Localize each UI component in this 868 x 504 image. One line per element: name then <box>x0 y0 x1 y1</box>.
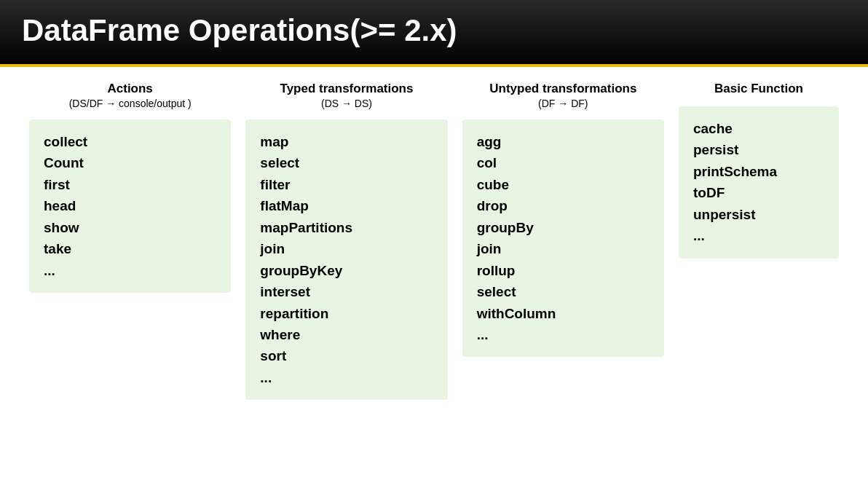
card-item: repartition <box>260 303 433 324</box>
card-item: first <box>44 174 216 195</box>
card-item: collect <box>44 131 216 152</box>
card-item: persist <box>693 139 824 160</box>
column-title-untyped: Untyped transformations <box>489 82 636 96</box>
page-header: DataFrame Operations(>= 2.x) <box>0 0 868 67</box>
card-item: col <box>477 152 650 173</box>
card-item: groupBy <box>477 217 650 238</box>
column-header-untyped: Untyped transformations(DF → DF) <box>489 82 636 109</box>
card-item: sort <box>260 345 433 366</box>
column-header-basic: Basic Function <box>714 82 803 96</box>
card-item: interset <box>260 281 433 302</box>
card-item: cache <box>693 118 824 139</box>
column-title-typed: Typed transformations <box>280 82 414 96</box>
card-item: select <box>260 152 433 173</box>
card-item: head <box>44 195 216 216</box>
card-basic: cachepersistprintSchematoDFunpersist... <box>679 106 839 259</box>
column-header-actions: Actions(DS/DF → console/output ) <box>69 82 192 109</box>
card-item: ... <box>44 260 216 281</box>
card-item: Count <box>44 152 216 173</box>
card-item: filter <box>260 174 433 195</box>
card-item: mapPartitions <box>260 217 433 238</box>
card-item: drop <box>477 195 650 216</box>
main-content: Actions(DS/DF → console/output )collectC… <box>0 67 868 422</box>
card-item: map <box>260 131 433 152</box>
column-typed: Typed transformations(DS → DS)mapselectf… <box>238 82 454 400</box>
column-subtitle-actions: (DS/DF → console/output ) <box>69 98 192 109</box>
card-item: rollup <box>477 260 650 281</box>
card-item: ... <box>477 324 650 345</box>
card-item: show <box>44 217 216 238</box>
card-item: printSchema <box>693 161 824 182</box>
column-title-basic: Basic Function <box>714 82 803 96</box>
card-untyped: aggcolcubedropgroupByjoinrollupselectwit… <box>462 119 664 357</box>
card-item: groupByKey <box>260 260 433 281</box>
card-item: ... <box>260 367 433 388</box>
card-item: agg <box>477 131 650 152</box>
card-item: select <box>477 281 650 302</box>
card-item: where <box>260 324 433 345</box>
card-item: ... <box>693 225 824 246</box>
card-actions: collectCountfirstheadshowtake... <box>29 119 231 293</box>
card-item: flatMap <box>260 195 433 216</box>
card-item: take <box>44 238 216 259</box>
card-item: join <box>260 238 433 259</box>
page-title: DataFrame Operations(>= 2.x) <box>22 13 846 48</box>
card-item: unpersist <box>693 204 824 225</box>
card-typed: mapselectfilterflatMapmapPartitionsjoing… <box>245 119 447 400</box>
card-item: toDF <box>693 182 824 203</box>
card-item: withColumn <box>477 303 650 324</box>
column-subtitle-typed: (DS → DS) <box>280 98 414 109</box>
column-subtitle-untyped: (DF → DF) <box>489 98 636 109</box>
card-item: cube <box>477 174 650 195</box>
column-header-typed: Typed transformations(DS → DS) <box>280 82 414 109</box>
column-actions: Actions(DS/DF → console/output )collectC… <box>22 82 238 293</box>
column-basic: Basic FunctioncachepersistprintSchematoD… <box>671 82 846 259</box>
column-title-actions: Actions <box>69 82 192 96</box>
card-item: join <box>477 238 650 259</box>
column-untyped: Untyped transformations(DF → DF)aggcolcu… <box>455 82 671 357</box>
